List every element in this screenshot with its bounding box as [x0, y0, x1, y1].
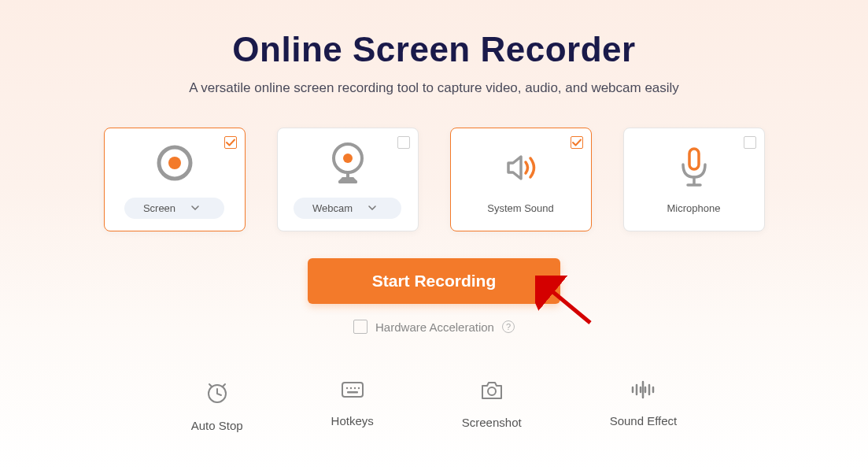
- tool-auto-stop-label: Auto Stop: [191, 419, 243, 432]
- tool-screenshot[interactable]: Screenshot: [462, 379, 522, 432]
- keyboard-icon: [340, 379, 365, 403]
- card-webcam[interactable]: Webcam: [277, 128, 419, 231]
- svg-rect-4: [689, 149, 699, 169]
- microphone-icon: [675, 146, 713, 190]
- svg-point-3: [343, 154, 353, 163]
- screen-dropdown[interactable]: Screen: [124, 198, 224, 219]
- microphone-label: Microphone: [667, 202, 721, 214]
- card-system-sound[interactable]: System Sound: [450, 128, 592, 231]
- tool-screenshot-label: Screenshot: [462, 416, 522, 429]
- svg-point-1: [168, 157, 181, 169]
- tool-hotkeys[interactable]: Hotkeys: [331, 379, 374, 432]
- tool-auto-stop[interactable]: Auto Stop: [191, 379, 243, 432]
- screen-record-icon: [156, 141, 194, 185]
- webcam-dropdown[interactable]: Webcam: [294, 198, 401, 219]
- svg-point-7: [345, 387, 347, 389]
- speaker-icon: [502, 146, 540, 190]
- clock-icon: [205, 379, 230, 408]
- svg-point-10: [357, 387, 359, 389]
- hardware-acceleration-label: Hardware Acceleration: [375, 320, 494, 334]
- chevron-down-icon: [191, 205, 199, 210]
- svg-point-12: [488, 387, 496, 395]
- tool-hotkeys-label: Hotkeys: [331, 414, 374, 427]
- bottom-toolbar: Auto Stop Hotkeys: [191, 379, 678, 432]
- checkbox-webcam[interactable]: [397, 136, 410, 149]
- page-subtitle: A versatile online screen recording tool…: [189, 80, 679, 96]
- checkbox-system-sound[interactable]: [571, 136, 583, 149]
- svg-point-9: [353, 387, 355, 389]
- tool-sound-effect-label: Sound Effect: [610, 414, 678, 427]
- screen-dropdown-label: Screen: [143, 202, 175, 214]
- system-sound-label: System Sound: [487, 202, 554, 214]
- webcam-icon: [329, 141, 367, 185]
- chevron-down-icon: [368, 205, 376, 210]
- soundwave-icon: [630, 379, 656, 403]
- checkbox-microphone[interactable]: [744, 136, 756, 149]
- source-cards: Screen Webcam: [104, 128, 765, 231]
- tool-sound-effect[interactable]: Sound Effect: [610, 379, 678, 432]
- svg-point-8: [349, 387, 351, 389]
- webcam-dropdown-label: Webcam: [312, 202, 353, 214]
- card-screen[interactable]: Screen: [104, 128, 246, 231]
- help-icon[interactable]: ?: [502, 320, 515, 333]
- checkbox-screen[interactable]: [224, 136, 237, 149]
- hardware-acceleration-checkbox[interactable]: [353, 320, 368, 334]
- hardware-acceleration-option[interactable]: Hardware Acceleration ?: [353, 320, 515, 334]
- camera-icon: [479, 379, 504, 405]
- page-title: Online Screen Recorder: [232, 30, 635, 69]
- card-microphone[interactable]: Microphone: [623, 128, 765, 231]
- svg-rect-11: [347, 391, 358, 394]
- start-recording-button[interactable]: Start Recording: [308, 258, 561, 304]
- svg-rect-6: [342, 383, 363, 397]
